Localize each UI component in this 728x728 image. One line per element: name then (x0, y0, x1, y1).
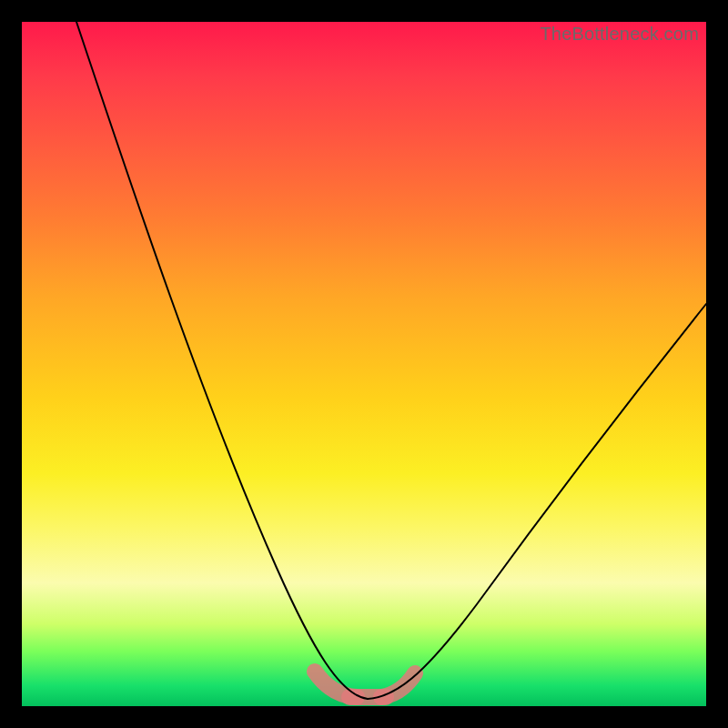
chart-frame: TheBottleneck.com (0, 0, 728, 728)
bottleneck-curve (22, 22, 706, 706)
chart-plot-area: TheBottleneck.com (22, 22, 706, 706)
curve-right-branch (368, 304, 706, 699)
curve-left-branch (76, 22, 368, 699)
